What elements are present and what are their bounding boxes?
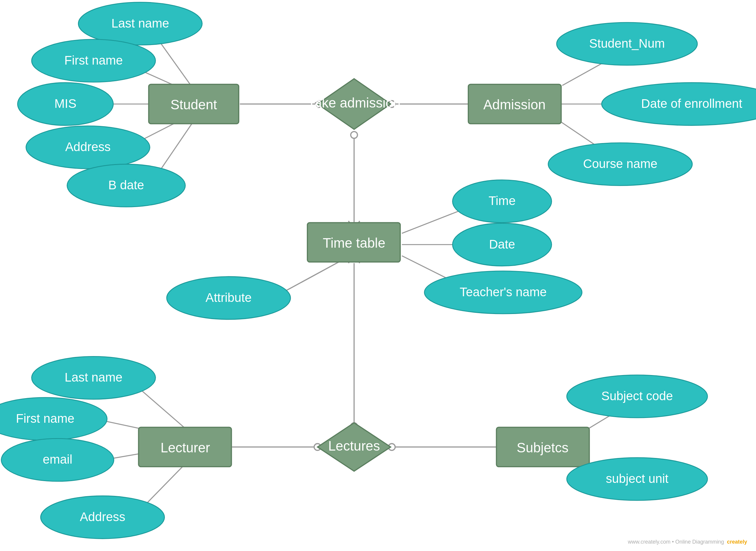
line-lastname-s bbox=[157, 38, 191, 85]
rel-take-admission-label: Take admission bbox=[307, 95, 401, 110]
brand-name: creately bbox=[727, 539, 747, 545]
attr-address-lecturer-label: Address bbox=[80, 510, 125, 524]
entity-timetable-label: Time table bbox=[323, 235, 386, 250]
attr-studentnum-label: Student_Num bbox=[589, 36, 665, 50]
attr-firstname-student-label: First name bbox=[64, 53, 123, 67]
entity-admission-label: Admission bbox=[483, 97, 545, 112]
attr-bdate-label: B date bbox=[108, 178, 144, 192]
attr-teachername-label: Teacher's name bbox=[460, 285, 547, 299]
attr-subjectcode-label: Subject code bbox=[601, 389, 673, 403]
attr-email-label: email bbox=[43, 452, 72, 466]
attr-firstname-lecturer-label: First name bbox=[16, 412, 74, 425]
attr-mis-label: MIS bbox=[54, 97, 76, 110]
er-diagram: Student Admission Time table Lecturer Su… bbox=[0, 0, 756, 551]
watermark: www.creately.com • Online Diagramming cr… bbox=[628, 539, 747, 545]
rel-lectures-label: Lectures bbox=[328, 438, 380, 454]
entity-student-label: Student bbox=[171, 97, 217, 112]
circle-take-bottom bbox=[351, 131, 357, 138]
attr-address-student-label: Address bbox=[65, 140, 110, 154]
attr-subjectunit-label: subject unit bbox=[606, 472, 669, 486]
attr-dateenroll-label: Date of enrollment bbox=[641, 97, 743, 110]
attr-lastname-lecturer-label: Last name bbox=[65, 370, 122, 384]
attr-date-label: Date bbox=[489, 237, 515, 251]
entity-lecturer-label: Lecturer bbox=[161, 440, 210, 455]
attr-attribute-label: Attribute bbox=[206, 291, 251, 305]
attr-time-label: Time bbox=[489, 194, 516, 208]
attr-lastname-student-label: Last name bbox=[111, 16, 169, 30]
entity-subjects-label: Subjetcs bbox=[517, 440, 569, 455]
attr-coursename-label: Course name bbox=[583, 157, 658, 171]
